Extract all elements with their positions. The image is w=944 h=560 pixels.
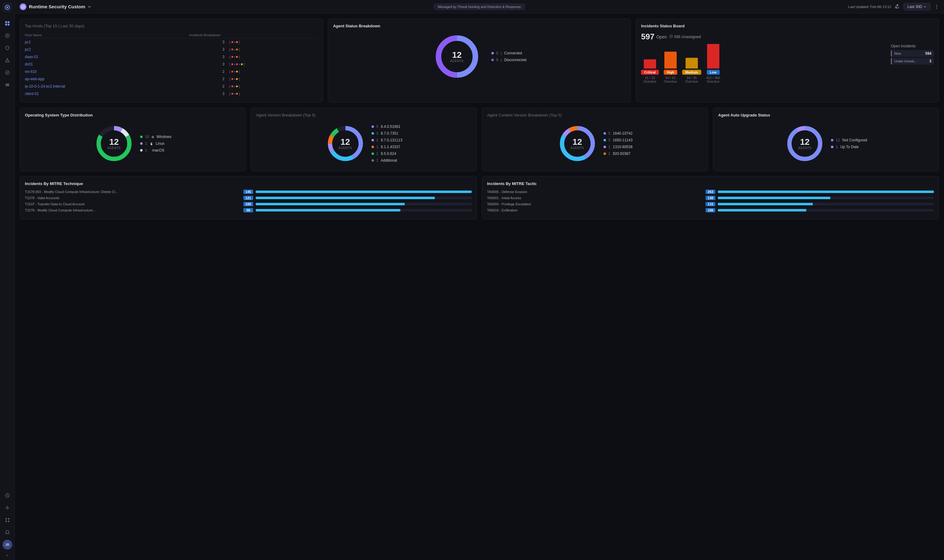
mitre-technique-title: Incidents By MITRE Technique xyxy=(25,182,472,186)
mitre-tactic-title: Incidents By MITRE Tactic xyxy=(487,182,934,186)
mitre-tactic-row[interactable]: TA0010 - Exfiltration 108 xyxy=(487,208,934,212)
severity-badge[interactable]: High xyxy=(664,70,677,75)
page-title-icon xyxy=(20,3,26,10)
host-name[interactable]: pc2 xyxy=(25,46,189,53)
app-logo[interactable] xyxy=(3,3,12,12)
agent-status-content: 12 AGENTS 6 | Connected 6 | Disconnected xyxy=(333,32,626,81)
agent-version-title: Agent Version Breakdown (Top 5) xyxy=(256,113,472,117)
open-count: 597 xyxy=(641,32,654,42)
sidebar-item-shield[interactable] xyxy=(2,42,13,54)
user-avatar[interactable]: JB xyxy=(3,540,12,549)
sidebar-item-inventory[interactable] xyxy=(2,79,13,90)
sidebar-item-response[interactable] xyxy=(2,67,13,78)
mitre-tactic-row[interactable]: TA0001 - Initial Access 138 xyxy=(487,196,934,200)
sidebar-item-apps[interactable] xyxy=(2,514,13,526)
mitre-technique-card: Incidents By MITRE Technique T1578.003 -… xyxy=(20,176,477,220)
host-count: 2 xyxy=(189,68,229,75)
sidebar-expand-button[interactable]: > xyxy=(6,553,8,557)
os-legend-item: 1 macOS xyxy=(140,148,171,152)
host-count: 2 xyxy=(189,83,229,90)
host-name[interactable]: dc01 xyxy=(25,60,189,68)
host-name[interactable]: ws-it10 xyxy=(25,68,189,75)
host-dots: [ • ] xyxy=(229,83,318,90)
legend-item: 6 | Connected xyxy=(491,51,527,55)
severity-badge[interactable]: Medium xyxy=(682,70,701,75)
mitre-technique-row[interactable]: T1578 - Modify Cloud Compute Infrastruct… xyxy=(25,208,472,212)
sidebar-item-settings[interactable] xyxy=(2,502,13,513)
severity-badge[interactable]: Critical xyxy=(641,70,658,75)
host-name[interactable]: pc1 xyxy=(25,38,189,46)
table-row: ap-web-app 2 [ • ] xyxy=(25,75,318,83)
mitre-tactic-row[interactable]: TA0004 - Privilege Escalation 115 xyxy=(487,202,934,206)
host-name[interactable]: ip-10-0-1-24.ec2.internal xyxy=(25,83,189,90)
open-incidents-panel: Open Incidents New594Under Investi...3 xyxy=(891,44,934,65)
severity-column: High 54 / 61Overdue xyxy=(664,44,677,83)
col-incidents-breakdown: Incidents Breakdown xyxy=(189,32,318,38)
sidebar-item-alerts[interactable] xyxy=(2,527,13,538)
sidebar-item-dashboard[interactable] xyxy=(2,18,13,29)
managed-banner: Managed by Threat Hunting and Detection … xyxy=(434,4,525,10)
os-legend: 10 ⊞ Windows 1 🐧 Linux 1 macOS xyxy=(140,135,171,152)
donut-center-label: 12 AGENTS xyxy=(450,51,464,63)
mitre-technique-row[interactable]: T1537 - Transfer Data to Cloud Account 1… xyxy=(25,202,472,206)
more-options-icon[interactable] xyxy=(934,4,939,9)
page-title-text: Runtime Security Custom xyxy=(29,4,85,9)
unassigned-indicator xyxy=(669,34,673,39)
mitre-tactic-row[interactable]: TA0005 - Defense Evasion 263 xyxy=(487,190,934,194)
svg-point-22 xyxy=(936,8,937,8)
col-host-name: Host Name xyxy=(25,32,189,38)
sidebar-item-threat[interactable] xyxy=(2,55,13,66)
svg-rect-18 xyxy=(6,521,7,522)
sidebar-item-status[interactable] xyxy=(2,490,13,501)
agent-status-donut: 12 AGENTS xyxy=(432,32,481,81)
top-row: Top Hosts (Top 10 | Last 30 days) Host N… xyxy=(20,18,939,103)
host-name[interactable]: daas-01 xyxy=(25,53,189,60)
content-area: Top Hosts (Top 10 | Last 30 days) Host N… xyxy=(15,14,944,560)
top-hosts-card: Top Hosts (Top 10 | Last 30 days) Host N… xyxy=(20,18,323,103)
table-row: dc01 3 [ •• ] xyxy=(25,60,318,68)
agent-version-inner: 12 AGENTS 5 8.4.0.51691 3 8.7.0.7351 1 8… xyxy=(256,121,472,166)
host-dots: [ • ] xyxy=(229,38,318,46)
host-count: 3 xyxy=(189,46,229,53)
os-donut: 12 AGENTS xyxy=(94,123,134,163)
agent-content-legend-item: 1 920-50387 xyxy=(604,152,633,156)
agent-version-legend-item: 3 8.7.0.7351 xyxy=(372,131,403,135)
agent-upgrade-legend: 11 Not Configured 1 Up To Date xyxy=(831,138,867,149)
svg-point-7 xyxy=(7,35,8,36)
os-distribution-title: Operating System Type Distribution xyxy=(25,113,241,117)
svg-point-15 xyxy=(6,507,8,509)
legend-item: 6 | Disconnected xyxy=(491,58,527,62)
agent-upgrade-title: Agent Auto Upgrade Status xyxy=(718,113,934,117)
open-incident-row[interactable]: Under Investi...3 xyxy=(891,58,934,65)
svg-rect-17 xyxy=(8,518,9,519)
dropdown-icon[interactable] xyxy=(88,5,91,9)
svg-point-1 xyxy=(6,6,8,8)
open-incident-row[interactable]: New594 xyxy=(891,50,934,57)
refresh-icon[interactable] xyxy=(895,4,900,9)
mitre-tactic-card: Incidents By MITRE Tactic TA0005 - Defen… xyxy=(482,176,939,220)
host-count: 3 xyxy=(189,38,229,46)
agent-content-title: Agent Content Version Breakdown (Top 5) xyxy=(487,113,703,117)
svg-rect-12 xyxy=(6,85,9,85)
svg-rect-13 xyxy=(6,85,9,86)
header: Runtime Security Custom Managed by Threa… xyxy=(15,0,944,14)
svg-rect-3 xyxy=(8,21,9,23)
mitre-technique-row[interactable]: T1578.003 - Modify Cloud Compute Infrast… xyxy=(25,190,472,194)
sidebar-item-security[interactable] xyxy=(2,30,13,41)
time-range-button[interactable]: Last 30D xyxy=(903,3,930,11)
open-label: Open xyxy=(656,34,667,39)
svg-rect-5 xyxy=(8,24,9,26)
severity-column: Medium 34 / 35Overdue xyxy=(682,44,701,83)
host-dots: [ •• ] xyxy=(229,60,318,68)
host-count: 3 xyxy=(189,60,229,68)
host-dots: [ • ] xyxy=(229,90,318,97)
host-name[interactable]: ap-web-app xyxy=(25,75,189,83)
severity-badge[interactable]: Low xyxy=(707,70,720,75)
main-content: Runtime Security Custom Managed by Threa… xyxy=(15,0,944,560)
os-distribution-card: Operating System Type Distribution xyxy=(20,108,246,171)
sidebar: JB > xyxy=(0,0,15,560)
host-name[interactable]: client-01 xyxy=(25,90,189,97)
last-updated-label: Last Updated: Feb 6th 13:12 xyxy=(849,5,891,9)
mitre-technique-row[interactable]: T1078 - Valid Accounts 121 xyxy=(25,196,472,200)
host-count: 2 xyxy=(189,75,229,83)
